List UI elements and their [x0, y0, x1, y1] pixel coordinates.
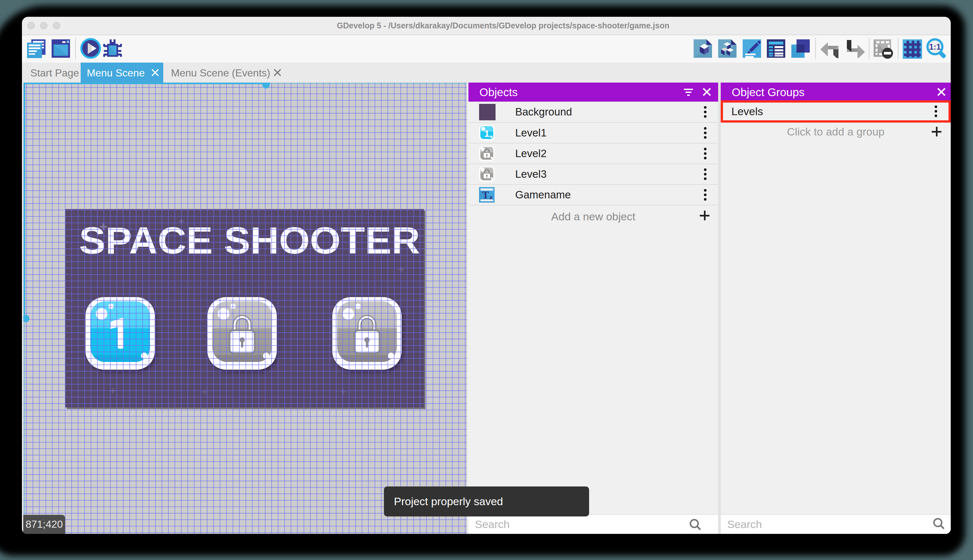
svg-text:1: 1 [484, 128, 490, 139]
svg-text:x: x [490, 194, 493, 201]
svg-text:T: T [482, 189, 489, 201]
svg-text:1:1: 1:1 [929, 42, 941, 51]
